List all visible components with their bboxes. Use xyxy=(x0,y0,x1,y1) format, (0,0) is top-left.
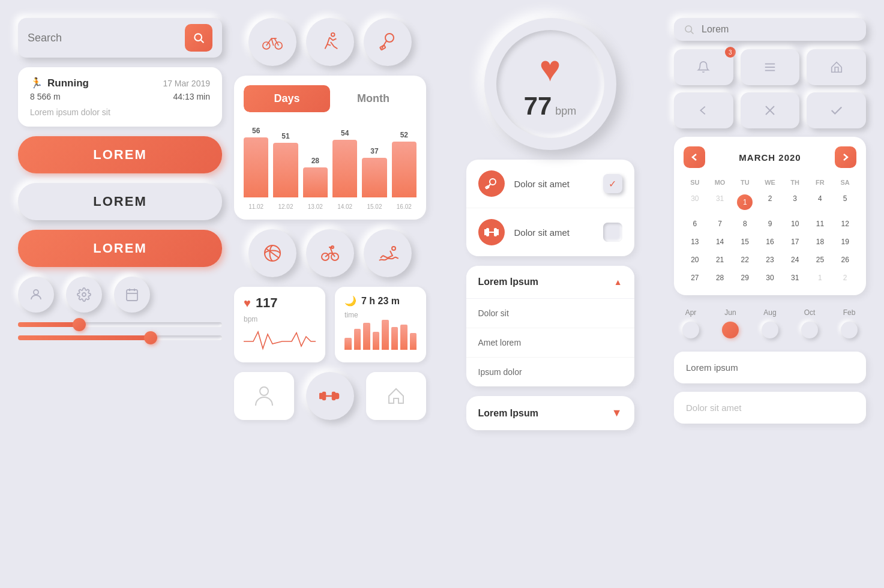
cal-day[interactable]: 8 xyxy=(733,216,756,232)
close-button[interactable] xyxy=(741,92,800,128)
tab-days[interactable]: Days xyxy=(244,85,330,112)
month-circle-feb[interactable] xyxy=(841,322,858,338)
bpm-display: 77 bpm xyxy=(524,92,577,121)
activity-date: 17 Mar 2019 xyxy=(163,79,210,88)
tab-month[interactable]: Month xyxy=(330,85,416,112)
cal-day[interactable]: 27 xyxy=(684,270,706,286)
user-bottom-card[interactable] xyxy=(234,372,294,420)
svg-point-2 xyxy=(34,290,38,295)
dropdown-item-1[interactable]: Dolor sit xyxy=(466,299,634,328)
search-button[interactable] xyxy=(185,24,212,52)
cal-day[interactable]: 26 xyxy=(834,252,856,268)
search-input[interactable] xyxy=(28,32,178,44)
cal-day[interactable]: 29 xyxy=(733,270,756,286)
calendar-next-button[interactable] xyxy=(835,146,856,168)
cal-day[interactable]: 25 xyxy=(809,252,832,268)
notification-badge: 3 xyxy=(725,47,736,58)
cal-day[interactable]: 23 xyxy=(759,252,781,268)
checklist-card: Dolor sit amet ✓ Dolor sit amet xyxy=(466,160,634,256)
cal-day[interactable]: 15 xyxy=(733,234,756,250)
cal-day-today[interactable]: 1 xyxy=(733,191,756,214)
cal-day[interactable]: 4 xyxy=(809,191,832,214)
dropdown-item-2[interactable]: Amet lorem xyxy=(466,328,634,358)
bicycle-icon-button[interactable] xyxy=(248,18,296,66)
heartrate-card: ♥ 117 bpm xyxy=(234,287,325,362)
cal-day[interactable]: 2 xyxy=(759,191,781,214)
checkbox-1[interactable]: ✓ xyxy=(603,174,622,193)
pingpong-icon-button[interactable] xyxy=(364,18,412,66)
tertiary-button[interactable]: LOREM xyxy=(18,230,222,267)
dumbbell-icon-button[interactable] xyxy=(306,372,354,420)
cal-day[interactable]: 10 xyxy=(784,216,807,232)
home-button[interactable] xyxy=(807,49,866,85)
center-column: ♥ 77 bpm Dolor sit amet ✓ xyxy=(438,18,662,570)
cal-day[interactable]: 30 xyxy=(759,270,781,286)
cal-day[interactable]: 14 xyxy=(709,234,732,250)
cal-day[interactable]: 31 xyxy=(784,270,807,286)
cal-day[interactable]: 6 xyxy=(684,216,706,232)
search-input-right[interactable] xyxy=(702,24,856,35)
month-circle-oct[interactable] xyxy=(801,322,818,338)
month-circle-aug[interactable] xyxy=(762,322,778,338)
cal-day[interactable]: 3 xyxy=(784,191,807,214)
cal-day[interactable]: 28 xyxy=(709,270,732,286)
secondary-button[interactable]: LOREM xyxy=(18,183,222,220)
calendar-prev-button[interactable] xyxy=(684,146,705,168)
svg-rect-24 xyxy=(335,394,338,398)
metrics-row: ♥ 117 bpm 🌙 7 h 23 m time xyxy=(234,287,426,362)
cycling-icon-button[interactable] xyxy=(306,229,354,277)
cal-day[interactable]: 18 xyxy=(809,234,832,250)
dropdown-select-card[interactable]: Lorem Ipsum ▼ xyxy=(466,396,634,430)
text-input-filled[interactable]: Lorem ipsum xyxy=(674,352,866,383)
settings-icon-button[interactable] xyxy=(66,277,102,313)
swimming-icon-button[interactable] xyxy=(364,229,412,277)
cal-day[interactable]: 2 xyxy=(834,270,856,286)
svg-point-33 xyxy=(685,26,692,32)
month-circle-jun[interactable] xyxy=(722,322,739,338)
home-bottom-card[interactable] xyxy=(366,372,426,420)
calendar-icon-button[interactable] xyxy=(114,277,150,313)
cal-day[interactable]: 13 xyxy=(684,234,706,250)
checklist-text-1: Dolor sit amet xyxy=(514,179,594,189)
cal-day[interactable]: 20 xyxy=(684,252,706,268)
confirm-button[interactable] xyxy=(807,92,866,128)
running-icon-button[interactable] xyxy=(306,18,354,66)
cal-day[interactable]: 9 xyxy=(759,216,781,232)
svg-rect-21 xyxy=(323,392,325,400)
notification-button[interactable]: 3 xyxy=(674,49,733,85)
svg-point-18 xyxy=(392,247,395,250)
cal-day[interactable]: 16 xyxy=(759,234,781,250)
month-feb: Feb xyxy=(832,308,866,338)
cal-day[interactable]: 1 xyxy=(809,270,832,286)
volleyball-icon-button[interactable] xyxy=(248,229,296,277)
text-input-placeholder[interactable]: Dolor sit amet xyxy=(674,392,866,424)
cal-day[interactable]: 22 xyxy=(733,252,756,268)
text-input-filled-value: Lorem ipsum xyxy=(686,362,738,373)
calendar-grid: SU MO TU WE TH FR SA 30 31 1 2 3 4 5 6 7… xyxy=(684,176,856,286)
dropdown-item-3[interactable]: Ipsum dolor xyxy=(466,358,634,386)
bar-3: 28 xyxy=(303,157,328,197)
cal-day[interactable]: 11 xyxy=(809,216,832,232)
cal-day[interactable]: 12 xyxy=(834,216,856,232)
cal-day[interactable]: 7 xyxy=(709,216,732,232)
cal-day[interactable]: 31 xyxy=(709,191,732,214)
month-selector: Apr Jun Aug Oct Feb xyxy=(674,304,866,343)
slider-1[interactable] xyxy=(18,322,222,327)
cal-day[interactable]: 17 xyxy=(784,234,807,250)
cal-day[interactable]: 19 xyxy=(834,234,856,250)
menu-button[interactable] xyxy=(741,49,800,85)
cal-day[interactable]: 5 xyxy=(834,191,856,214)
user-icon-button[interactable] xyxy=(18,277,54,313)
back-button[interactable] xyxy=(674,92,733,128)
activity-duration: 44:13 min xyxy=(173,92,210,101)
dropdown-down-arrow: ▼ xyxy=(612,407,622,419)
dropdown-header[interactable]: Lorem Ipsum ▲ xyxy=(466,266,634,299)
svg-point-0 xyxy=(194,34,202,41)
month-circle-apr[interactable] xyxy=(682,322,699,338)
cal-day[interactable]: 30 xyxy=(684,191,706,214)
slider-2[interactable] xyxy=(18,335,222,340)
cal-day[interactable]: 21 xyxy=(709,252,732,268)
primary-button[interactable]: LOREM xyxy=(18,136,222,173)
checkbox-2[interactable] xyxy=(603,223,622,242)
cal-day[interactable]: 24 xyxy=(784,252,807,268)
